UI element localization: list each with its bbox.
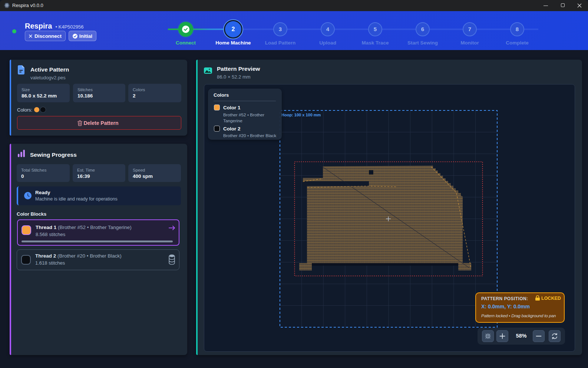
svg-text:Hoop: 100 x 100 mm: Hoop: 100 x 100 mm	[281, 113, 321, 117]
